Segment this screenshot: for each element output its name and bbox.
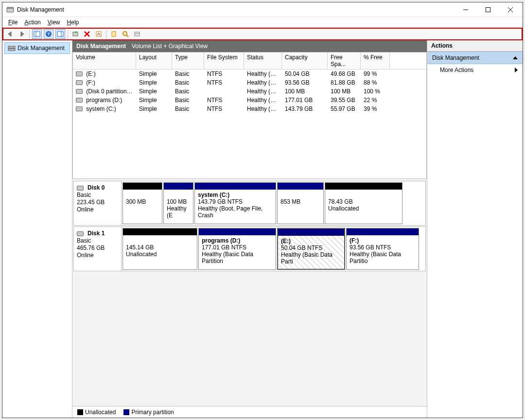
svg-text:?: ? [47,32,50,36]
actions-item-more[interactable]: More Actions [427,64,523,76]
col-capacity[interactable]: Capacity [282,52,328,69]
back-button[interactable] [5,29,15,39]
svg-rect-10 [57,32,63,36]
table-row[interactable]: (F:)SimpleBasicNTFSHealthy (B...93.56 GB… [73,78,426,87]
drive-icon [76,80,83,85]
console-tree: Disk Management [2,40,72,418]
partition[interactable]: 78.43 GBUnallocated [325,182,402,224]
svg-rect-1 [7,7,14,9]
drive-icon [76,106,83,111]
partition[interactable]: system (C:)143.79 GB NTFSHealthy (Boot, … [194,182,276,224]
partition[interactable]: programs (D:)177.01 GB NTFSHealthy (Basi… [198,228,276,270]
volume-list-header: Volume Layout Type File System Status Ca… [73,52,426,70]
menu-file[interactable]: File [5,18,20,27]
drive-icon [76,89,83,94]
toolbar: ? [2,28,523,40]
window-title: Disk Management [17,6,64,13]
volume-list-body: (E:)SimpleBasicNTFSHealthy (B...50.04 GB… [73,70,426,178]
center-header: Disk Management Volume List + Graphical … [72,40,427,52]
svg-rect-15 [96,32,101,36]
menubar: File Action View Help [2,17,523,28]
partition[interactable]: 145.14 GBUnallocated [122,228,197,270]
svg-rect-22 [8,49,15,51]
show-hide-console-tree-button[interactable] [32,29,42,39]
center-header-title: Disk Management [76,43,126,50]
titlebar: Disk Management [2,2,523,17]
disk-icon [77,231,84,236]
forward-button[interactable] [17,29,27,39]
svg-line-18 [126,35,128,37]
explore-icon[interactable] [121,29,130,39]
center-header-subtitle: Volume List + Graphical View [132,43,208,50]
col-volume[interactable]: Volume [73,52,136,69]
close-button[interactable] [499,2,522,17]
settings-icon[interactable] [132,29,142,39]
collapse-icon [513,56,518,59]
delete-icon[interactable] [82,29,92,39]
partition[interactable]: 853 MB [277,182,324,224]
new-icon[interactable] [109,29,119,39]
menu-help[interactable]: Help [64,18,82,27]
table-row[interactable]: (E:)SimpleBasicNTFSHealthy (B...50.04 GB… [73,70,426,78]
svg-rect-3 [486,7,490,12]
col-pct-free[interactable]: % Free [361,52,390,69]
table-row[interactable]: system (C:)SimpleBasicNTFSHealthy (B...1… [73,105,426,113]
svg-rect-12 [73,32,78,36]
menu-view[interactable]: View [45,18,63,27]
svg-rect-6 [34,32,40,36]
drive-icon [76,98,83,103]
maximize-button[interactable] [477,2,499,17]
actions-header: Actions [427,40,523,52]
help-button[interactable]: ? [44,29,53,39]
minimize-button[interactable] [455,2,477,17]
drive-icon [76,71,83,76]
tree-item-disk-management[interactable]: Disk Management [4,42,70,54]
col-layout[interactable]: Layout [136,52,172,69]
app-icon [6,6,14,14]
tree-item-label: Disk Management [18,45,65,52]
partition[interactable]: 100 MBHealthy (E [163,182,193,224]
disk-info[interactable]: Disk 1Basic465.76 GBOnline [74,227,122,271]
graphical-view: Disk 0Basic223.45 GBOnline300 MB100 MBHe… [72,180,427,418]
table-row[interactable]: programs (D:)SimpleBasicNTFSHealthy (B..… [73,96,426,105]
legend-unallocated: Unallocated [77,409,116,416]
col-free[interactable]: Free Spa... [328,52,361,69]
svg-rect-21 [8,46,15,48]
legend-primary: Primary partition [123,409,174,416]
properties-icon[interactable] [94,29,104,39]
app-window: Disk Management File Action View Help ? [2,2,523,418]
menu-action[interactable]: Action [21,18,43,27]
actions-item-disk-management[interactable]: Disk Management [427,52,523,64]
svg-rect-19 [135,32,140,36]
col-filesystem[interactable]: File System [204,52,244,69]
table-row[interactable]: (Disk 0 partition 2)SimpleBasicHealthy (… [73,87,426,96]
partition[interactable]: (E:)50.04 GB NTFSHealthy (Basic Data Par… [277,228,345,270]
center-pane: Disk Management Volume List + Graphical … [72,40,427,418]
show-hide-action-pane-button[interactable] [55,29,65,39]
svg-point-17 [123,32,127,35]
submenu-icon [515,68,518,72]
actions-pane: Actions Disk Management More Actions [427,40,523,418]
disk-row: Disk 1Basic465.76 GBOnline145.14 GBUnall… [73,227,426,271]
volume-list: Volume Layout Type File System Status Ca… [72,52,427,179]
disk-info[interactable]: Disk 0Basic223.45 GBOnline [74,181,122,225]
partition[interactable]: 300 MB [122,182,162,224]
disk-icon [77,186,84,191]
partition[interactable]: (F:)93.56 GB NTFSHealthy (Basic Data Par… [346,228,419,270]
svg-rect-16 [112,32,116,36]
legend: Unallocated Primary partition [72,406,427,418]
refresh-icon[interactable] [70,29,80,39]
col-status[interactable]: Status [244,52,282,69]
col-type[interactable]: Type [172,52,204,69]
disk-row: Disk 0Basic223.45 GBOnline300 MB100 MBHe… [73,181,426,226]
